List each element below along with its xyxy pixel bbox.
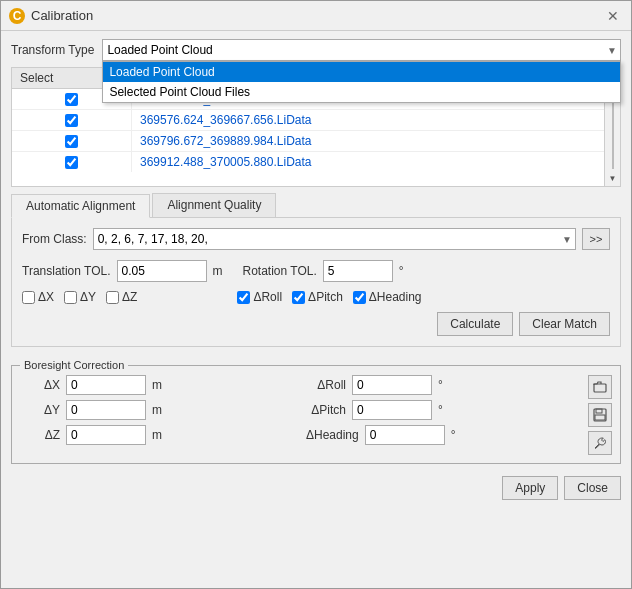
checkbox-dz[interactable]: ΔZ <box>106 290 137 304</box>
table-row: 369912.488_370005.880.LiData <box>12 152 604 172</box>
boresight-dz-row: ΔZ m <box>20 425 296 445</box>
boresight-droll-input[interactable] <box>352 375 432 395</box>
dz-checkbox[interactable] <box>106 291 119 304</box>
double-arrow-button[interactable]: >> <box>582 228 610 250</box>
from-class-select[interactable]: 0, 2, 6, 7, 17, 18, 20, <box>93 228 576 250</box>
title-bar: C Calibration ✕ <box>1 1 631 31</box>
row2-checkbox[interactable] <box>65 114 78 127</box>
from-class-input-wrap: 0, 2, 6, 7, 17, 18, 20, ▼ <box>93 228 576 250</box>
boresight-right: ΔRoll ° ΔPitch ° ΔHeading ° <box>306 375 582 445</box>
app-icon: C <box>9 8 25 24</box>
boresight-dheading-unit: ° <box>451 428 456 442</box>
transform-type-dropdown: Loaded Point Cloud Selected Point Cloud … <box>102 61 621 103</box>
boresight-dy-label: ΔY <box>20 403 60 417</box>
boresight-dz-label: ΔZ <box>20 428 60 442</box>
boresight-left: ΔX m ΔY m ΔZ m <box>20 375 296 445</box>
row4-checkbox[interactable] <box>65 156 78 169</box>
boresight-dheading-row: ΔHeading ° <box>306 425 582 445</box>
apply-button[interactable]: Apply <box>502 476 558 500</box>
main-content: Transform Type Loaded Point Cloud Select… <box>1 31 631 588</box>
boresight-droll-unit: ° <box>438 378 443 392</box>
row3-filename: 369796.672_369889.984.LiData <box>132 131 604 151</box>
boresight-dx-input[interactable] <box>66 375 146 395</box>
row2-filename: 369576.624_369667.656.LiData <box>132 110 604 130</box>
checkbox-dx[interactable]: ΔX <box>22 290 54 304</box>
boresight-dz-unit: m <box>152 428 162 442</box>
rotation-tol-input[interactable] <box>323 260 393 282</box>
dheading-checkbox[interactable] <box>353 291 366 304</box>
boresight-dpitch-input[interactable] <box>352 400 432 420</box>
checkbox-dheading[interactable]: ΔHeading <box>353 290 422 304</box>
dropdown-item-selected-files[interactable]: Selected Point Cloud Files <box>103 82 620 102</box>
checkbox-row-1: ΔX ΔY ΔZ <box>22 290 137 304</box>
checkbox-dy[interactable]: ΔY <box>64 290 96 304</box>
row3-checkbox[interactable] <box>65 135 78 148</box>
boresight-dy-input[interactable] <box>66 400 146 420</box>
boresight-tool-button[interactable] <box>588 431 612 455</box>
boresight-save-button[interactable] <box>588 403 612 427</box>
folder-icon <box>593 380 607 394</box>
table-row: 369796.672_369889.984.LiData <box>12 131 604 152</box>
tab-alignment-quality[interactable]: Alignment Quality <box>152 193 276 217</box>
wrench-icon <box>593 436 607 450</box>
boresight-dpitch-label: ΔPitch <box>306 403 346 417</box>
checkbox-row-2: ΔRoll ΔPitch ΔHeading <box>237 290 421 304</box>
svg-text:C: C <box>13 9 22 23</box>
rotation-tol-group: Rotation TOL. ° <box>243 260 404 282</box>
transform-type-row: Transform Type Loaded Point Cloud Select… <box>11 39 621 61</box>
table-row: 369576.624_369667.656.LiData <box>12 110 604 131</box>
transform-type-label: Transform Type <box>11 43 94 57</box>
checkbox-dpitch[interactable]: ΔPitch <box>292 290 343 304</box>
boresight-dy-row: ΔY m <box>20 400 296 420</box>
tabs-container: Automatic Alignment Alignment Quality Fr… <box>11 193 621 347</box>
transform-type-select[interactable]: Loaded Point Cloud Selected Point Cloud … <box>102 39 621 61</box>
boresight-open-button[interactable] <box>588 375 612 399</box>
svg-rect-4 <box>596 409 602 413</box>
row4-filename: 369912.488_370005.880.LiData <box>132 152 604 172</box>
calculate-button[interactable]: Calculate <box>437 312 513 336</box>
boresight-legend: Boresight Correction <box>20 359 128 371</box>
svg-rect-5 <box>595 415 605 420</box>
close-dialog-button[interactable]: Close <box>564 476 621 500</box>
boresight-dpitch-unit: ° <box>438 403 443 417</box>
boresight-dheading-input[interactable] <box>365 425 445 445</box>
scroll-down-arrow[interactable]: ▼ <box>605 170 621 186</box>
droll-checkbox[interactable] <box>237 291 250 304</box>
calibration-window: C Calibration ✕ Transform Type Loaded Po… <box>0 0 632 589</box>
boresight-droll-label: ΔRoll <box>306 378 346 392</box>
bottom-buttons: Apply Close <box>11 470 621 500</box>
boresight-dz-input[interactable] <box>66 425 146 445</box>
boresight-dx-row: ΔX m <box>20 375 296 395</box>
dpitch-checkbox[interactable] <box>292 291 305 304</box>
svg-rect-2 <box>594 384 606 392</box>
dy-checkbox[interactable] <box>64 291 77 304</box>
tol-row: Translation TOL. m Rotation TOL. ° <box>22 260 610 282</box>
translation-tol-group: Translation TOL. m <box>22 260 223 282</box>
checkboxes-rows: ΔX ΔY ΔZ ΔRoll ΔPitch ΔHeading <box>22 290 610 304</box>
row4-select <box>12 152 132 172</box>
tab-automatic-alignment[interactable]: Automatic Alignment <box>11 194 150 218</box>
row1-checkbox[interactable] <box>65 93 78 106</box>
boresight-inputs: ΔX m ΔY m ΔZ m <box>20 375 582 445</box>
boresight-dheading-label: ΔHeading <box>306 428 359 442</box>
save-icon <box>593 408 607 422</box>
from-class-row: From Class: 0, 2, 6, 7, 17, 18, 20, ▼ >> <box>22 228 610 250</box>
title-bar-left: C Calibration <box>9 8 93 24</box>
row3-select <box>12 131 132 151</box>
dropdown-item-loaded[interactable]: Loaded Point Cloud <box>103 62 620 82</box>
boresight-correction-fieldset: Boresight Correction ΔX m ΔY m <box>11 359 621 464</box>
translation-tol-label: Translation TOL. <box>22 264 111 278</box>
boresight-dpitch-row: ΔPitch ° <box>306 400 582 420</box>
boresight-dx-unit: m <box>152 378 162 392</box>
calc-buttons-row: Calculate Clear Match <box>22 312 610 336</box>
translation-tol-input[interactable] <box>117 260 207 282</box>
boresight-droll-row: ΔRoll ° <box>306 375 582 395</box>
dx-checkbox[interactable] <box>22 291 35 304</box>
rotation-tol-label: Rotation TOL. <box>243 264 317 278</box>
window-title: Calibration <box>31 8 93 23</box>
close-window-button[interactable]: ✕ <box>603 6 623 26</box>
boresight-content: ΔX m ΔY m ΔZ m <box>20 375 612 455</box>
from-class-label: From Class: <box>22 232 87 246</box>
clear-match-button[interactable]: Clear Match <box>519 312 610 336</box>
checkbox-droll[interactable]: ΔRoll <box>237 290 282 304</box>
